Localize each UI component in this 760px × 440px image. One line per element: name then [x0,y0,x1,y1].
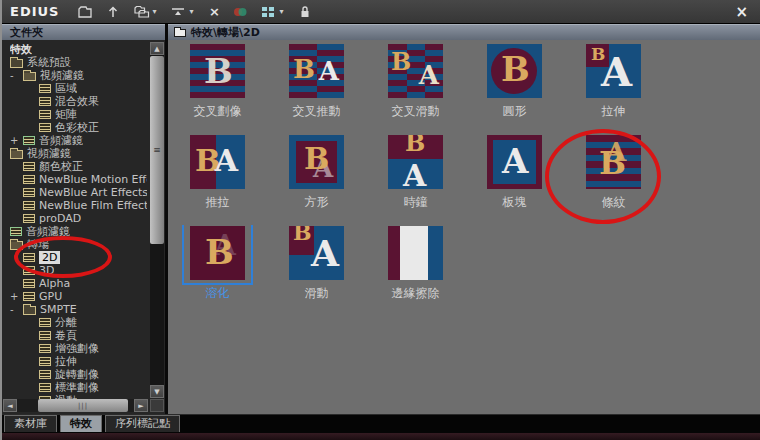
effect-label: 交叉推動 [293,103,341,120]
chevron-down-icon[interactable]: ▾ [279,7,287,16]
tree-item[interactable]: NewBlue Motion Effects EDI [2,173,165,186]
tab-effects[interactable]: 特效 [60,415,102,432]
thumb-letter: A [419,62,439,88]
vertical-scroll-thumb[interactable]: ≡ [150,56,164,244]
tree-item-2d-selected[interactable]: 2D [2,251,165,264]
tree-item[interactable]: 系統預設 [2,56,165,69]
folder-icon [23,306,36,315]
tree-item-effects-root[interactable]: 特效 [2,43,165,56]
scroll-right-icon[interactable]: ► [134,399,148,412]
tab-sequence-markers[interactable]: 序列標記點 [105,415,180,432]
folder-open-icon [10,241,23,250]
effect-icon [39,344,51,353]
bottom-tabbar: 素材庫 特效 序列標記點 [2,414,760,433]
folder-up-icon[interactable] [103,3,123,21]
tree-label: 卷頁 [55,329,77,342]
effect-item-stretch[interactable]: BA 拉伸 [564,42,663,133]
tree-label: 特效 [10,43,32,56]
tree-item[interactable]: proDAD [2,212,165,225]
effect-icon [39,383,51,392]
audio-filter-icon [10,227,22,236]
tree-expander[interactable]: - [10,69,23,82]
effect-item-cross-slide[interactable]: BA 交叉滑動 [366,42,465,133]
scroll-down-icon[interactable]: ▼ [150,385,164,398]
thumb-letter: B [391,50,411,74]
tree-item[interactable]: +GPU [2,290,165,303]
tree-item-transitions[interactable]: 轉場 [2,238,165,251]
tree-item[interactable]: 視頻濾鏡 [2,147,165,160]
view-mode-icon[interactable] [258,3,278,21]
effect-label: 交叉劃像 [194,103,242,120]
scroll-left-icon[interactable]: ◄ [3,399,17,412]
lock-icon[interactable] [295,3,315,21]
thumb-letter: B [501,52,530,86]
tree-vertical-scrollbar[interactable]: ▲ ≡ ▼ [150,42,164,398]
tree-item[interactable]: -視頻濾鏡 [2,69,165,82]
delete-icon[interactable]: × [206,4,222,19]
close-icon[interactable]: × [735,3,748,21]
effect-item-block[interactable]: A 板塊 [465,133,564,224]
effect-label: 滑動 [305,285,329,302]
effect-item-square[interactable]: AB 方形 [267,133,366,224]
tree-item[interactable]: -SMPTE [2,303,165,316]
tree-item[interactable]: +音頻濾鏡 [2,134,165,147]
tree-item[interactable]: 旋轉劃像 [2,368,165,381]
tree-horizontal-scrollbar[interactable]: ◄ ||| ► [3,399,148,412]
tree-item[interactable]: 卷頁 [2,329,165,342]
edius-logo: EDIUS [2,4,67,19]
effect-item-stripes[interactable]: AB 條紋 [564,133,663,224]
tree-item[interactable]: 音頻濾鏡 [2,225,165,238]
effect-thumbnail: B [190,44,245,98]
effect-thumbnail: AB [586,135,641,189]
tree-item[interactable]: 3D [2,264,165,277]
tree-expander[interactable]: + [10,290,23,303]
thumb-letter: B [204,54,233,88]
tree-label: 區域 [55,82,77,95]
tab-source-bin[interactable]: 素材庫 [4,415,57,432]
effect-view-icon[interactable] [230,3,250,21]
folder-panel-header: 文件夾 [2,24,165,40]
horizontal-scroll-thumb[interactable]: ||| [38,399,128,412]
tree-item[interactable]: 區域 [2,82,165,95]
tree-item[interactable]: 矩陣 [2,108,165,121]
tree-item[interactable]: 增強劃像 [2,342,165,355]
effect-item-cross-push[interactable]: BA 交叉推動 [267,42,366,133]
chevron-down-icon[interactable]: ▾ [189,7,197,16]
effect-item-dissolve-selected[interactable]: AB 溶化 [168,224,267,315]
default-transition-icon[interactable] [168,3,188,21]
scroll-up-icon[interactable]: ▲ [150,42,164,55]
new-folder-icon[interactable] [75,3,95,21]
tree-item[interactable]: 標準劃像 [2,381,165,394]
tree-label: 音頻濾鏡 [39,134,83,147]
chevron-down-icon[interactable]: ▾ [152,7,160,16]
tree-item[interactable]: Alpha [2,277,165,290]
effect-label: 推拉 [206,194,230,211]
tree-item[interactable]: NewBlue Art Effects EDIUS 5 [2,186,165,199]
effect-item-cross-wipe[interactable]: B 交叉劃像 [168,42,267,133]
tree-item[interactable]: 色彩校正 [2,121,165,134]
tree-item[interactable]: 顏色校正 [2,160,165,173]
tree-label: 旋轉劃像 [55,368,99,381]
effect-icon [39,97,51,106]
effect-icon [23,266,35,275]
copy-folder-icon[interactable] [131,3,151,21]
effect-thumbnail: AB [289,135,344,189]
effect-item-slide[interactable]: BA 滑動 [267,224,366,315]
tree-label-selected: 2D [39,251,60,264]
effect-item-edge-wipe[interactable]: 邊緣擦除 [366,224,465,315]
thumb-letter: B [205,235,234,269]
tree-item[interactable]: 分離 [2,316,165,329]
effect-label: 交叉滑動 [392,103,440,120]
effect-label: 板塊 [503,194,527,211]
effect-item-push-pull[interactable]: BA 推拉 [168,133,267,224]
tree-item[interactable]: 混合效果 [2,95,165,108]
tree-expander[interactable]: + [10,134,23,147]
tree-label: 混合效果 [55,95,99,108]
effects-panel: 特效\轉場\2D B 交叉劃像 BA 交叉推動 BA 交叉滑動 B 圓形 [168,24,760,414]
effect-thumbnail: BA [586,44,641,98]
effect-item-circle[interactable]: B 圓形 [465,42,564,133]
tree-expander[interactable]: - [10,303,23,316]
effect-item-clock[interactable]: BA 時鐘 [366,133,465,224]
tree-item[interactable]: 拉伸 [2,355,165,368]
tree-item[interactable]: NewBlue Film Effects EDIUS [2,199,165,212]
